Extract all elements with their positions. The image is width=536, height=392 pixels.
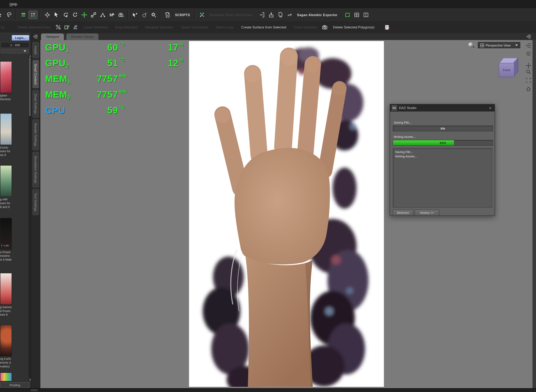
camera-icon[interactable] xyxy=(321,23,329,31)
sagan-alembic-exporter-button[interactable]: Sagan Alembic Exporter xyxy=(295,13,340,17)
close-icon[interactable]: × xyxy=(487,106,493,110)
marquee-selection-button: Marquee Selection xyxy=(141,25,177,29)
camera-view-icon xyxy=(480,43,484,47)
view-cube-front-face[interactable]: Front xyxy=(499,63,514,77)
create-surface-from-selected-button[interactable]: Create Surface from Selected xyxy=(237,25,290,29)
m-tool-cursor-icon[interactable]: M xyxy=(108,10,116,19)
translate-tool-icon[interactable] xyxy=(80,10,88,19)
product-caption: g Gamesd Posesesis 8 xyxy=(0,305,29,317)
scene-outline-icon[interactable] xyxy=(19,10,28,19)
export-file-icon[interactable] xyxy=(276,10,285,19)
dialog-title: DAZ Studio xyxy=(399,106,416,110)
product-thumbnail[interactable] xyxy=(0,325,12,357)
log-line: Saving File... xyxy=(395,150,490,154)
node-hierarchy-icon[interactable] xyxy=(98,10,107,19)
product-thumbnail[interactable]: T. LAB. xyxy=(0,218,12,250)
sidebar-item-install[interactable]: Install xyxy=(32,42,39,58)
drag-selection-button: Drag Selection xyxy=(111,25,141,29)
list-item[interactable]: ng Curlsenesis 3male(s) xyxy=(0,325,29,369)
list-item[interactable] xyxy=(0,373,29,381)
clipped-cursor-icon[interactable] xyxy=(0,10,5,19)
toolbar-separator xyxy=(194,10,196,19)
notepad-pen-icon[interactable] xyxy=(383,23,391,31)
percent-keys-icon[interactable] xyxy=(54,23,63,31)
list-item[interactable]: g withoses for8 and 9 xyxy=(0,165,29,209)
toolbar-separator xyxy=(16,10,17,19)
tab-options-icon[interactable] xyxy=(526,34,531,40)
import-icon[interactable] xyxy=(258,10,266,19)
lasso-tool-icon[interactable] xyxy=(5,10,14,19)
product-thumbnail[interactable] xyxy=(0,61,12,93)
camera-add-icon[interactable] xyxy=(117,10,125,19)
history-button[interactable]: History >> xyxy=(415,210,439,216)
daz-logo-icon: DS xyxy=(392,105,397,110)
clipped-label: (s) xyxy=(0,25,9,29)
universal-manipulator-icon[interactable] xyxy=(43,10,51,19)
node-dots-icon[interactable] xyxy=(198,10,207,19)
main-region: Viewport Render Library xyxy=(40,33,536,389)
progress-log: Saving File... Writing Assets... xyxy=(393,148,492,208)
home-view-icon[interactable] xyxy=(525,86,531,92)
points-display-icon[interactable] xyxy=(28,10,38,19)
tab-render-library[interactable]: Render Library xyxy=(66,33,98,40)
pan-view-icon[interactable] xyxy=(525,63,531,69)
export-box-icon[interactable] xyxy=(267,10,275,19)
dialog-title-bar[interactable]: DS DAZ Studio × xyxy=(390,104,494,112)
frame-view-icon[interactable] xyxy=(525,77,531,84)
list-item[interactable]: Comicoses forsis 8 xyxy=(0,113,29,157)
edit-toolbar: (s) Delete Selected Keys Lasso Selection… xyxy=(0,21,536,33)
list-item[interactable]: T. LAB. o Posesessionsis 8 Male xyxy=(0,218,29,261)
viewport-3d[interactable]: GPU1 60 °C 17 % GPU2 51 °C 12 % MEM1 775… xyxy=(40,40,536,389)
product-caption: ighterGenesis xyxy=(0,93,29,101)
minimize-button[interactable]: Minimize xyxy=(393,210,413,216)
split-pane-icon[interactable] xyxy=(362,10,370,19)
edit-keys-icon[interactable] xyxy=(63,23,71,31)
grow-selection-button: Grow Selection xyxy=(290,25,321,29)
list-item[interactable]: ighterGenesis xyxy=(0,61,29,101)
viewport-scroll-strip[interactable] xyxy=(533,40,536,389)
rotate-tool-icon[interactable] xyxy=(71,10,79,19)
select-connected-button: Select Connected xyxy=(177,25,212,29)
viewport-options-icon[interactable] xyxy=(525,42,531,49)
list-item[interactable]: g Gamesd Posesesis 8 xyxy=(0,273,29,317)
pane-options-icon[interactable] xyxy=(31,33,40,40)
dog-icon[interactable] xyxy=(285,10,294,19)
daz-studio-window: Help M SCRIPTS Duplicate Node Hierarchie… xyxy=(0,0,536,392)
scripts-button[interactable]: SCRIPTS xyxy=(173,13,192,17)
status-segment xyxy=(31,389,38,391)
product-thumbnail[interactable] xyxy=(0,165,12,197)
sidebar-item-smart-content[interactable]: Smart Content xyxy=(32,60,39,88)
quad-pane-icon[interactable] xyxy=(352,10,361,19)
rotate-cursor-icon[interactable] xyxy=(61,10,70,19)
sidebar-item-simulation-settings[interactable]: Simulation Settings xyxy=(32,152,39,187)
scale-tool-icon[interactable] xyxy=(89,10,98,19)
product-caption: ng Curlsenesis 3male(s) xyxy=(0,356,29,368)
view-cube[interactable]: Front xyxy=(496,55,520,79)
view-selector-dropdown[interactable]: Perspective View xyxy=(478,42,520,48)
stat-mem1: MEM1 7757 MB xyxy=(45,73,187,88)
svg-text:M: M xyxy=(110,13,113,17)
node-selection-cursor-icon[interactable] xyxy=(52,10,61,19)
script-page-icon[interactable] xyxy=(163,10,172,19)
cursor-burst-icon[interactable] xyxy=(131,10,139,19)
product-thumbnail[interactable] xyxy=(0,273,12,305)
delete-selected-polygons-button[interactable]: Delete Selected Polygon(s) xyxy=(329,25,378,29)
product-thumbnail[interactable] xyxy=(0,113,12,145)
product-caption: g withoses for8 and 9 xyxy=(0,197,29,209)
sidebar-item-render-settings[interactable]: Render Settings xyxy=(32,120,39,150)
sidebar-item-draw-settings[interactable]: Draw Settings xyxy=(32,90,39,118)
tab-viewport[interactable]: Viewport xyxy=(41,33,64,40)
filter-dropdown[interactable] xyxy=(1,49,29,53)
status-bar xyxy=(0,388,536,392)
single-pane-icon[interactable] xyxy=(343,10,352,19)
cone-sphere-icon[interactable] xyxy=(71,23,79,31)
login-button[interactable]: Login... xyxy=(12,35,29,41)
gear-add-icon[interactable] xyxy=(149,10,158,19)
product-thumbnail[interactable] xyxy=(0,373,12,381)
zoom-view-icon[interactable] xyxy=(525,69,531,75)
bomb-icon[interactable] xyxy=(140,10,149,19)
menu-help[interactable]: Help xyxy=(7,1,20,7)
sidebar-item-tool-settings[interactable]: Tool Settings xyxy=(32,189,39,215)
result-range: 1 - 269 xyxy=(1,42,29,48)
orbit-view-icon[interactable] xyxy=(525,51,531,57)
